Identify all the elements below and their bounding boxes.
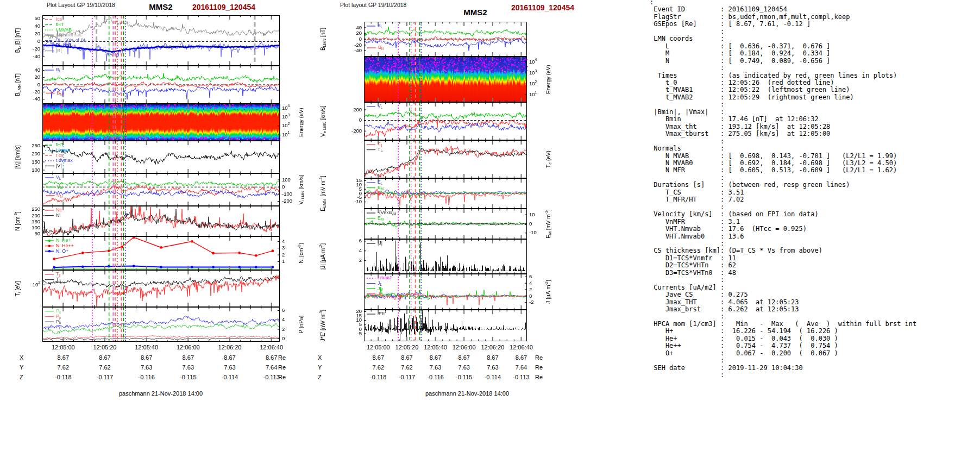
- time-tick-label: 12:06:40: [510, 344, 533, 350]
- middle-plot-column: Plot layout GP 19/10/2018 MMS2 20161109_…: [304, 0, 587, 457]
- event-info-panel: : Event ID : 20161109_120454 FlagStr : b…: [650, 0, 916, 379]
- ephemeris-value: 7.63: [224, 364, 235, 371]
- ephemeris-value: 8.67: [224, 354, 235, 361]
- ephemeris-value: -0.116: [427, 374, 443, 380]
- ephemeris-value: 8.67: [183, 354, 194, 361]
- time-tick-label: 12:06:20: [218, 344, 242, 350]
- ephemeris-value: 7.62: [401, 364, 412, 371]
- ephemeris-value: -0.118: [370, 374, 386, 380]
- time-tick-label: 12:05:40: [135, 344, 158, 350]
- ephemeris-value: 8.67: [458, 354, 469, 361]
- ephemeris-value: 8.67: [516, 354, 527, 361]
- ephemeris-value: -0.115: [180, 374, 196, 380]
- spacecraft-title: MMS2: [149, 2, 172, 11]
- ephemeris-value: 7.62: [58, 364, 69, 371]
- ephemeris-row-label: Z: [20, 374, 23, 380]
- ephemeris-value: 8.67: [58, 354, 69, 361]
- middle-plot-footer: paschmann 21-Nov-2018 14:00: [425, 390, 509, 397]
- ephemeris-value: 7.63: [487, 364, 498, 371]
- ephemeris-value: -0.113: [263, 374, 279, 380]
- left-plot-column: Plot Layout GP 19/10/2018 MMS2 20161109_…: [0, 0, 304, 457]
- ephemeris-value: 8.67: [266, 354, 277, 361]
- ephemeris-value: -0.118: [55, 374, 71, 380]
- layout-version-label: Plot layout GP 19/10/2018: [340, 2, 406, 8]
- ephemeris-value: 7.62: [373, 364, 384, 371]
- time-tick-label: 12:05:00: [52, 344, 75, 350]
- ephemeris-row-label: Z: [318, 374, 322, 380]
- time-tick-label: 12:06:40: [260, 344, 283, 350]
- ephemeris-unit: Re: [278, 364, 286, 371]
- ephemeris-value: 7.63: [183, 364, 194, 371]
- ephemeris-value: -0.115: [456, 374, 472, 380]
- ephemeris-row-label: X: [318, 354, 322, 361]
- time-tick-label: 12:05:20: [395, 344, 419, 350]
- ephemeris-value: 7.63: [458, 364, 469, 371]
- quicklook-window: Plot Layout GP 19/10/2018 MMS2 20161109_…: [0, 0, 980, 457]
- time-tick-label: 12:05:40: [424, 344, 447, 350]
- ephemeris-row-label: X: [20, 354, 23, 361]
- event-id-label: 20161109_120454: [511, 3, 574, 12]
- time-tick-label: 12:06:00: [177, 344, 200, 350]
- ephemeris-unit: Re: [278, 354, 286, 361]
- ephemeris-unit: Re: [278, 374, 286, 380]
- ephemeris-unit: Re: [535, 374, 543, 380]
- event-id-label: 20161109_120454: [192, 3, 255, 11]
- ephemeris-value: 8.67: [401, 354, 412, 361]
- ephemeris-value: 7.64: [516, 364, 527, 371]
- ephemeris-value: -0.114: [222, 374, 238, 380]
- ephemeris-row-label: Y: [318, 364, 322, 371]
- ephemeris-value: 8.67: [99, 354, 110, 361]
- layout-version-label: Plot Layout GP 19/10/2018: [47, 2, 115, 8]
- ephemeris-value: 7.62: [99, 364, 110, 371]
- time-tick-label: 12:05:00: [367, 344, 390, 350]
- ephemeris-unit: Re: [535, 354, 543, 361]
- ephemeris-value: -0.116: [138, 374, 154, 380]
- ephemeris-value: 8.67: [430, 354, 441, 361]
- time-tick-label: 12:05:20: [93, 344, 117, 350]
- left-plot-footer: paschmann 21-Nov-2018 14:00: [119, 390, 203, 397]
- ephemeris-value: -0.113: [513, 374, 529, 380]
- ephemeris-value: -0.114: [485, 374, 501, 380]
- ephemeris-value: 8.67: [141, 354, 152, 361]
- time-tick-label: 12:06:00: [453, 344, 476, 350]
- ephemeris-value: 8.67: [487, 354, 498, 361]
- ephemeris-value: -0.117: [399, 374, 415, 380]
- time-tick-label: 12:06:20: [481, 344, 504, 350]
- ephemeris-value: 7.64: [266, 364, 277, 371]
- ephemeris-value: 7.63: [430, 364, 441, 371]
- ephemeris-row-label: Y: [20, 364, 23, 371]
- left-plot-canvas[interactable]: [0, 13, 304, 343]
- ephemeris-value: -0.117: [97, 374, 113, 380]
- ephemeris-value: 7.63: [141, 364, 152, 371]
- ephemeris-unit: Re: [535, 364, 543, 371]
- middle-plot-canvas[interactable]: [304, 13, 587, 343]
- ephemeris-value: 8.67: [373, 354, 384, 361]
